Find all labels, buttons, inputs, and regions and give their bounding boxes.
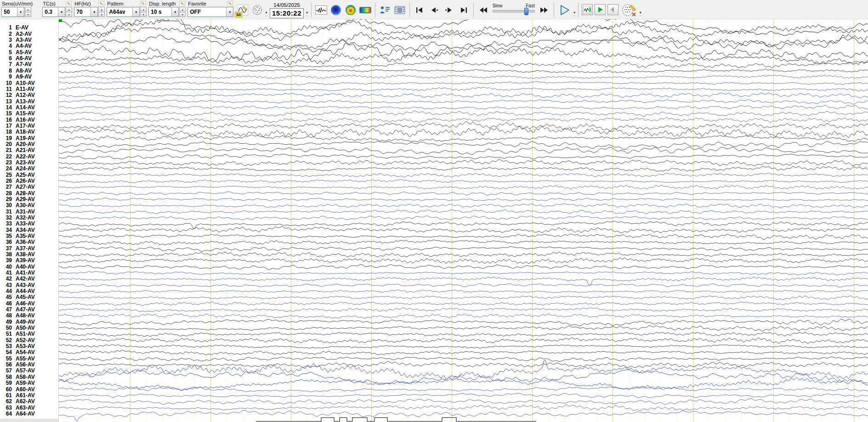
channel-label-row[interactable]: 25A25-AV (0, 172, 58, 178)
channel-label-row[interactable]: 2A2-AV (0, 31, 58, 37)
channel-label-row[interactable]: 56A56-AV (0, 362, 58, 368)
channel-label-row[interactable]: 16A16-AV (0, 117, 58, 123)
spinner-down-icon[interactable]: ▾ (66, 12, 72, 17)
channel-label-row[interactable]: 7A7-AV (0, 62, 58, 68)
channel-label-row[interactable]: 37A37-AV (0, 246, 58, 252)
chevron-down-icon[interactable]: ▾ (58, 7, 65, 17)
waveform-view-icon[interactable] (315, 4, 327, 16)
channel-label-row[interactable]: 57A57-AV (0, 368, 58, 374)
chevron-down-icon[interactable]: ▾ (226, 7, 233, 17)
chevron-down-icon[interactable]: ▾ (132, 7, 139, 17)
channel-label-row[interactable]: 45A45-AV (0, 294, 58, 300)
auto-play-button[interactable] (595, 4, 606, 15)
channel-label-row[interactable]: 53A53-AV (0, 343, 58, 349)
channel-label-row[interactable]: 1E-AV (0, 25, 58, 31)
channel-label-row[interactable]: 49A49-AV (0, 319, 58, 325)
channel-label-row[interactable]: 29A29-AV (0, 197, 58, 203)
spinner-up-icon[interactable]: ▴ (25, 7, 31, 12)
channel-label-row[interactable]: 15A15-AV (0, 111, 58, 117)
fast-forward-button[interactable] (538, 4, 550, 16)
speed-slider[interactable]: Slow Fast (493, 3, 535, 12)
channel-label-row[interactable]: 64A64-AV (0, 411, 58, 417)
edit-pencil-icon[interactable]: ✎ (98, 1, 104, 6)
channel-label-row[interactable]: 33A33-AV (0, 221, 58, 227)
edit-pencil-icon[interactable]: ✎ (66, 1, 72, 6)
skip-start-button[interactable] (414, 4, 425, 16)
channel-label-row[interactable]: 55A55-AV (0, 356, 58, 362)
channel-label-row[interactable]: 4A4-AV (0, 43, 58, 49)
control-combobox[interactable]: 70 ▾ (74, 7, 98, 17)
eeg-trace-area[interactable] (58, 19, 868, 422)
control-spinner[interactable]: ▴ ▾ (179, 7, 186, 17)
slider-handle[interactable] (524, 8, 528, 15)
patient-info-icon[interactable] (379, 4, 391, 16)
skip-end-button[interactable] (458, 4, 470, 16)
edit-pencil-icon[interactable]: ✎ (227, 1, 233, 6)
dropdown-arrow-icon[interactable]: ▾ ‥ (265, 11, 267, 16)
channel-label-row[interactable]: 46A46-AV (0, 301, 58, 307)
step-forward-button[interactable] (443, 4, 455, 16)
channel-label-row[interactable]: 5A5-AV (0, 50, 58, 56)
channel-label-row[interactable]: 51A51-AV (0, 331, 58, 337)
chevron-down-icon[interactable]: ▾ (91, 7, 97, 17)
channel-label-row[interactable]: 38A38-AV (0, 252, 58, 258)
dropdown-arrow-icon[interactable]: ▾ ‥ (573, 11, 576, 16)
channel-label-row[interactable]: 50A50-AV (0, 325, 58, 331)
notch-filter-icon[interactable]: 50 (237, 4, 249, 16)
channel-label-row[interactable]: 36A36-AV (0, 239, 58, 245)
channel-label-row[interactable]: 42A42-AV (0, 276, 58, 282)
control-spinner[interactable]: ▴ ▾ (98, 7, 105, 17)
channel-label-row[interactable]: 30A30-AV (0, 203, 58, 208)
channel-label-row[interactable]: 8A8-AV (0, 68, 58, 74)
prev-page-button[interactable] (607, 4, 618, 15)
channel-label-row[interactable]: 3A3-AV (0, 37, 58, 43)
channel-label-row[interactable]: 18A18-AV (0, 129, 58, 135)
video-icon[interactable] (394, 4, 406, 16)
chevron-down-icon[interactable]: ▾ (171, 7, 178, 17)
channel-label-row[interactable]: 62A62-AV (0, 399, 58, 405)
control-spinner[interactable]: ▴ ▾ (66, 7, 72, 17)
spinner-up-icon[interactable]: ▴ (66, 7, 72, 12)
dropdown-arrow-icon[interactable]: ▾ ‥ (306, 11, 308, 16)
channel-label-row[interactable]: 40A40-AV (0, 264, 58, 270)
spinner-down-icon[interactable]: ▾ (98, 12, 105, 17)
channel-label-row[interactable]: 31A31-AV (0, 209, 58, 215)
channel-label-row[interactable]: 52A52-AV (0, 338, 58, 343)
channel-label-row[interactable]: 58A58-AV (0, 374, 58, 380)
channel-label-row[interactable]: 63A63-AV (0, 405, 58, 411)
channel-label-row[interactable]: 24A24-AV (0, 166, 58, 172)
brain-topomap-icon[interactable] (330, 4, 342, 16)
channel-label-row[interactable]: 12A12-AV (0, 92, 58, 98)
spinner-down-icon[interactable]: ▾ (179, 12, 186, 17)
channel-label-row[interactable]: 47A47-AV (0, 307, 58, 313)
spectrogram-icon[interactable] (359, 4, 371, 16)
channel-label-row[interactable]: 26A26-AV (0, 178, 58, 184)
channel-label-row[interactable]: 28A28-AV (0, 190, 58, 196)
channel-label-row[interactable]: 44A44-AV (0, 288, 58, 294)
channel-label-row[interactable]: 61A61-AV (0, 393, 58, 399)
play-button[interactable] (558, 3, 572, 17)
spinner-up-icon[interactable]: ▴ (98, 7, 105, 12)
chevron-down-icon[interactable]: ▾ (17, 7, 24, 17)
channel-label-row[interactable]: 14A14-AV (0, 105, 58, 111)
control-combobox[interactable]: 10 s ▾ (148, 7, 179, 17)
channel-label-row[interactable]: 9A9-AV (0, 74, 58, 80)
channel-label-row[interactable]: 11A11-AV (0, 86, 58, 92)
control-spinner[interactable]: ▴ ▾ (140, 7, 147, 17)
channel-label-row[interactable]: 32A32-AV (0, 215, 58, 221)
channel-label-row[interactable]: 60A60-AV (0, 386, 58, 392)
channel-label-row[interactable]: 43A43-AV (0, 282, 58, 288)
channel-label-row[interactable]: 22A22-AV (0, 153, 58, 159)
channel-label-row[interactable]: 19A19-AV (0, 135, 58, 141)
control-combobox[interactable]: OFF ▾ (187, 7, 233, 17)
control-combobox[interactable]: A64av ▾ (107, 7, 140, 17)
channel-label-row[interactable]: 6A6-AV (0, 56, 58, 62)
edit-pencil-icon[interactable]: ✎ (140, 1, 146, 6)
channel-label-row[interactable]: 23A23-AV (0, 160, 58, 166)
rainbow-map-icon[interactable] (345, 4, 357, 16)
control-spinner[interactable]: ▴ ▾ (25, 7, 31, 17)
channel-label-row[interactable]: 17A17-AV (0, 123, 58, 129)
spinner-down-icon[interactable]: ▾ (140, 12, 147, 17)
step-back-button[interactable] (428, 4, 440, 16)
channel-label-row[interactable]: 41A41-AV (0, 270, 58, 276)
